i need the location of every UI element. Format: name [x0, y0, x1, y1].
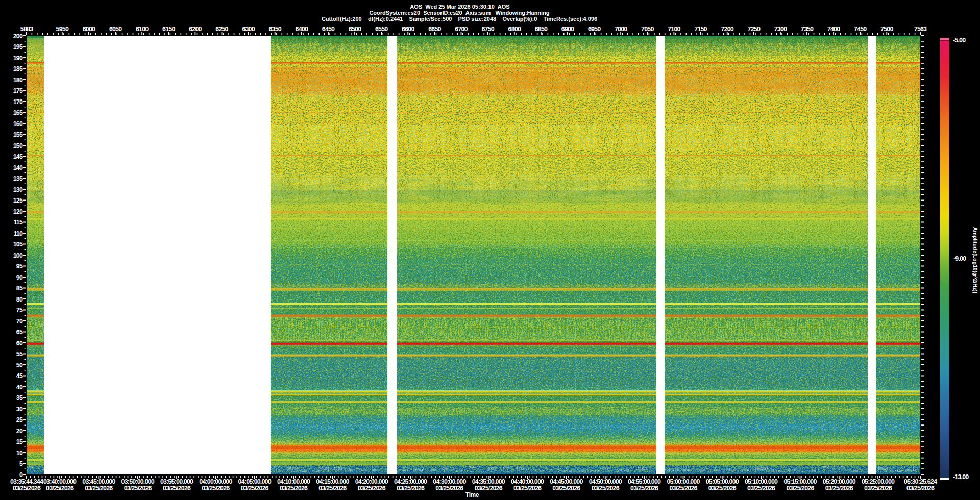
svg-text:-13.00: -13.00	[953, 473, 969, 481]
svg-text:9.07: 9.07	[713, 468, 721, 472]
svg-text:110: 110	[13, 230, 23, 237]
svg-text:30: 30	[16, 406, 23, 413]
svg-text:6100: 6100	[136, 26, 149, 33]
svg-text:03/25/2026: 03/25/2026	[552, 485, 580, 492]
svg-text:6850: 6850	[535, 26, 548, 33]
svg-text:498I.l: 498I.l	[788, 468, 799, 472]
svg-text:7563: 7563	[914, 26, 927, 33]
svg-text:195: 195	[13, 43, 23, 51]
svg-text:03/25/2026: 03/25/2026	[163, 485, 191, 492]
svg-text:6400: 6400	[296, 26, 308, 33]
svg-text:l0:2: l0:2	[273, 465, 280, 469]
svg-text:03/25/2026: 03/25/2026	[46, 485, 74, 492]
svg-text:6200: 6200	[189, 26, 202, 33]
svg-text:9li: 9li	[372, 468, 376, 472]
svg-text:10: 10	[16, 449, 23, 457]
svg-text:03/25/2026: 03/25/2026	[241, 485, 269, 492]
svg-text:329: 329	[809, 469, 816, 473]
svg-text:15: 15	[16, 438, 23, 445]
svg-text:125: 125	[13, 197, 23, 204]
svg-text:50: 50	[16, 362, 23, 369]
svg-text:.36819: .36819	[286, 466, 299, 471]
svg-text:i5Ii.: i5Ii.	[29, 465, 36, 469]
svg-text:6900: 6900	[561, 26, 574, 33]
svg-text:299: 299	[312, 469, 319, 473]
svg-text:4538: 4538	[333, 466, 342, 471]
svg-text:200: 200	[13, 33, 23, 40]
svg-text::84I7: :84I7	[469, 465, 478, 469]
svg-text:08941: 08941	[905, 468, 917, 472]
svg-text:75: 75	[16, 307, 23, 314]
svg-text:03/25/2026: 03/25/2026	[358, 485, 386, 492]
svg-text:42I1l: 42I1l	[516, 466, 525, 471]
svg-text:105: 105	[13, 241, 23, 248]
svg-text:5.47i: 5.47i	[399, 468, 408, 472]
svg-text:6350: 6350	[268, 26, 281, 33]
svg-text:7300: 7300	[774, 26, 787, 33]
svg-text:20:2: 20:2	[836, 465, 844, 469]
svg-text:l5i.6: l5i.6	[741, 468, 749, 472]
svg-text:5: 5	[19, 460, 23, 467]
svg-text:6150: 6150	[162, 26, 175, 33]
svg-text:03/25/2026: 03/25/2026	[592, 485, 620, 492]
svg-text:74.8l: 74.8l	[726, 468, 735, 472]
svg-text:1I3:: 1I3:	[455, 469, 462, 473]
svg-text:85: 85	[16, 285, 23, 292]
svg-text:558282: 558282	[755, 466, 769, 471]
svg-text:6950: 6950	[588, 26, 601, 33]
svg-text:7ii574: 7ii574	[618, 468, 629, 472]
svg-text:155: 155	[13, 131, 23, 138]
svg-text:140: 140	[13, 164, 23, 171]
svg-text:642:: 642:	[301, 469, 309, 473]
svg-text:65: 65	[16, 329, 23, 336]
svg-text:60: 60	[16, 340, 23, 347]
svg-text:CoordSystem:es20 SensorID:es2: CoordSystem:es20 SensorID:es20 Axis:sum …	[369, 10, 549, 16]
svg-text:.74Ii: .74Ii	[697, 468, 705, 472]
svg-text:03/25/2026: 03/25/2026	[280, 485, 308, 492]
svg-text:20: 20	[16, 428, 23, 435]
svg-text:6800: 6800	[508, 26, 521, 33]
svg-text:7250: 7250	[748, 26, 761, 33]
svg-text:03/25/2026: 03/25/2026	[85, 485, 113, 492]
svg-text:6520: 6520	[590, 469, 599, 473]
svg-text:7000: 7000	[615, 26, 627, 33]
svg-text:180: 180	[13, 77, 23, 84]
svg-text:55: 55	[16, 351, 23, 358]
svg-text:7350: 7350	[801, 26, 814, 33]
svg-text:6450: 6450	[322, 26, 335, 33]
svg-text:2i92: 2i92	[579, 469, 587, 473]
svg-text:03/25/2026: 03/25/2026	[513, 485, 542, 492]
svg-text:03/25/2026: 03/25/2026	[475, 485, 503, 492]
svg-text:6500: 6500	[349, 26, 361, 33]
svg-text:7150: 7150	[694, 26, 707, 33]
svg-text:6750: 6750	[481, 26, 494, 33]
svg-text:03/25/2026: 03/25/2026	[747, 485, 775, 492]
svg-text:0.03: 0.03	[322, 466, 330, 471]
svg-text::254:: :254:	[501, 465, 511, 469]
svg-text:130: 130	[13, 186, 23, 193]
svg-text:40: 40	[16, 384, 23, 391]
svg-text:120: 120	[13, 208, 23, 215]
svg-text:03/25/2026: 03/25/2026	[669, 485, 697, 492]
svg-text:7450: 7450	[854, 26, 867, 33]
svg-text:7:9.: 7:9.	[603, 466, 610, 471]
svg-text:5883: 5883	[20, 26, 33, 33]
svg-text:03/25/2026: 03/25/2026	[13, 485, 41, 492]
svg-text:175: 175	[13, 87, 23, 94]
svg-text:7050: 7050	[641, 26, 654, 33]
svg-text:i95.: i95.	[547, 468, 554, 472]
svg-text:3Il2: 3Il2	[822, 465, 829, 469]
svg-text:03/25/2026: 03/25/2026	[318, 485, 347, 492]
svg-text:5950: 5950	[56, 26, 69, 33]
svg-text:45: 45	[16, 372, 23, 380]
svg-text:03/25/2026: 03/25/2026	[435, 485, 463, 492]
svg-text:6l919: 6l919	[878, 466, 888, 471]
svg-text:100: 100	[13, 252, 23, 259]
svg-text:150: 150	[13, 142, 23, 149]
svg-text:160: 160	[13, 120, 23, 128]
svg-text:03/25/2026: 03/25/2026	[786, 485, 814, 492]
svg-text:7400: 7400	[827, 26, 840, 33]
svg-text:6000: 6000	[83, 26, 95, 33]
svg-text:0564.: 0564.	[892, 469, 902, 473]
svg-text:25: 25	[16, 416, 23, 423]
